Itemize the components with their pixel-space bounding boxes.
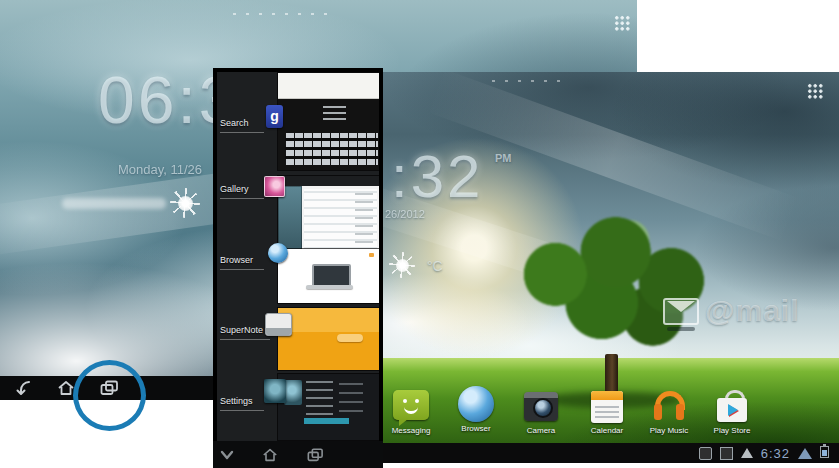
play-store-icon [712, 388, 752, 426]
google-search-icon: g [266, 105, 283, 128]
divider [220, 339, 270, 340]
messaging-icon [391, 388, 431, 426]
chevron-down-icon[interactable] [219, 449, 235, 461]
play-music-icon [649, 388, 689, 426]
divider [220, 198, 264, 199]
notification-icon[interactable] [720, 447, 733, 460]
recent-thumbnail-search[interactable] [278, 73, 379, 170]
battery-icon [820, 444, 829, 462]
warning-icon [741, 448, 753, 458]
tree [495, 208, 727, 366]
page-indicator-dots [228, 12, 333, 16]
calendar-label: Calendar [579, 426, 635, 435]
divider [220, 410, 264, 411]
globe-icon [268, 243, 288, 263]
camera-icon [521, 388, 561, 426]
recent-thumbnail-browser[interactable] [278, 249, 379, 303]
back-icon[interactable] [14, 379, 34, 397]
camera-label: Camera [513, 426, 569, 435]
envelope-icon [663, 298, 699, 325]
recent-thumbnail-settings[interactable] [278, 374, 379, 440]
clock-meridiem: PM [495, 152, 512, 164]
dock-item-camera[interactable]: Camera [513, 388, 569, 435]
divider [220, 269, 264, 270]
dock-item-messaging[interactable]: Messaging [383, 388, 439, 435]
calendar-icon [587, 388, 627, 426]
clock-widget-date: Monday, 11/26 [118, 162, 202, 177]
front-home-screenshot: :32 PM 26/2012 °C @mail Messaging Browse… [383, 72, 839, 463]
play-music-label: Play Music [641, 426, 697, 435]
browser-label: Browser [448, 424, 504, 433]
front-status-bar: 6:32 [383, 443, 839, 463]
apps-grid-icon[interactable] [807, 83, 823, 99]
page-indicator-dots [487, 79, 565, 83]
manual-figure: 06:3 Monday, 11/26 Phone People [0, 0, 839, 468]
weather-temperature: °C [427, 258, 443, 274]
dock-item-play-store[interactable]: Play Store [704, 388, 760, 435]
email-widget-text: @mail [705, 294, 799, 328]
home-icon[interactable] [261, 447, 279, 463]
panel-system-bar [213, 441, 383, 468]
messaging-label: Messaging [383, 426, 439, 435]
sun-icon [170, 188, 200, 218]
wifi-icon [798, 448, 812, 459]
recent-apps-panel: g Search Gallery Browser SuperNote Setti… [213, 68, 383, 468]
recent-item-label[interactable]: SuperNote [220, 325, 263, 335]
settings-icon [264, 379, 286, 403]
recent-item-label[interactable]: Search [220, 118, 249, 128]
recent-apps-icon[interactable] [305, 447, 325, 463]
notification-icon[interactable] [699, 447, 712, 460]
apps-grid-icon[interactable] [614, 15, 630, 31]
email-widget[interactable] [663, 298, 699, 331]
dock-item-play-music[interactable]: Play Music [641, 388, 697, 435]
highlight-circle-annotation [73, 360, 146, 431]
sun-core [396, 259, 409, 272]
recent-thumbnail-supernote[interactable] [278, 308, 379, 370]
play-store-label: Play Store [704, 426, 760, 435]
recent-item-label[interactable]: Browser [220, 255, 253, 265]
sun-icon [389, 252, 415, 278]
recent-item-label[interactable]: Gallery [220, 184, 249, 194]
clock-widget-date: 26/2012 [385, 208, 425, 220]
weather-location-text [62, 198, 166, 209]
sun-core [178, 196, 193, 211]
dock-item-browser[interactable]: Browser [448, 386, 504, 433]
email-widget-caption [667, 327, 695, 331]
gallery-icon [264, 176, 285, 197]
recent-item-label[interactable]: Settings [220, 396, 253, 406]
dock-item-calendar[interactable]: Calendar [579, 388, 635, 435]
supernote-icon [265, 313, 292, 336]
recent-thumbnail-gallery[interactable] [278, 176, 379, 258]
divider [220, 132, 264, 133]
status-bar-clock[interactable]: 6:32 [761, 446, 790, 461]
clock-widget-time[interactable]: :32 [391, 142, 483, 211]
browser-icon [456, 386, 496, 424]
